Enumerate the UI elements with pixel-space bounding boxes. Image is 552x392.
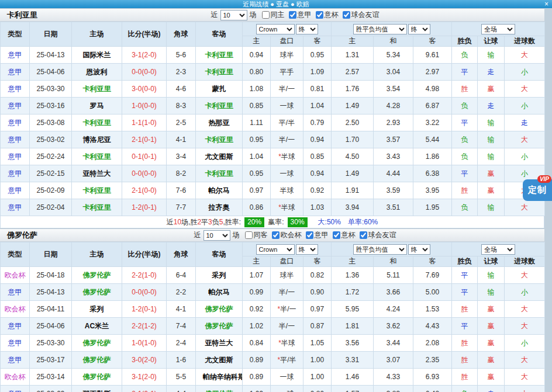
result-cell: 胜: [452, 335, 478, 352]
handicap-cell: *半/一: [271, 301, 303, 318]
league-cell: 意甲: [1, 81, 30, 98]
home-odds-cell: 0.95: [243, 165, 271, 182]
home-team-cell: 佛罗伦萨: [72, 335, 122, 352]
checkbox-checked-icon[interactable]: [316, 11, 323, 19]
filter-checkbox[interactable]: 球会友谊: [343, 10, 380, 20]
result-cell: 胜: [452, 81, 478, 98]
result-cell: 胜: [452, 369, 478, 386]
checkbox-checked-icon[interactable]: [360, 231, 367, 239]
checkbox-checked-icon[interactable]: [272, 231, 280, 239]
filter-checkbox[interactable]: 欧会杯: [272, 230, 302, 240]
away-odds-cell: 0.94: [303, 131, 332, 148]
odds-final-select[interactable]: 终: [296, 244, 318, 255]
date-cell: 25-02-09: [30, 182, 72, 199]
column-header: 比分(半场): [122, 242, 167, 267]
avg-home-cell: 1.49: [332, 98, 374, 115]
avg-final-select[interactable]: 终: [408, 24, 430, 34]
avg-draw-cell: 2.93: [374, 115, 413, 131]
home-team-cell: 国际米兰: [72, 47, 122, 64]
close-icon[interactable]: ×: [544, 0, 548, 8]
avg-home-cell: 1.49: [332, 165, 374, 182]
recent-count-select[interactable]: 10: [203, 230, 230, 241]
goals-result-cell: 走: [505, 115, 545, 131]
result-cell: 负: [452, 386, 478, 392]
checkbox-unchecked-icon[interactable]: [262, 11, 270, 19]
recent-label: 近: [194, 230, 201, 240]
checkbox-checked-icon[interactable]: [343, 11, 350, 19]
avg-home-cell: 1.57: [332, 386, 374, 392]
away-odds-cell: 0.97: [303, 301, 332, 318]
filter-checkbox[interactable]: 球会友谊: [360, 230, 396, 240]
bookmaker-select[interactable]: Crown: [256, 244, 295, 255]
result-column-header: 胜负: [452, 256, 478, 267]
away-odds-cell: 0.80: [303, 386, 332, 392]
recent-count-select[interactable]: 10: [220, 10, 247, 20]
column-header: 角球: [167, 22, 196, 47]
checkbox-checked-icon[interactable]: [289, 11, 296, 19]
checkbox-checked-icon[interactable]: [333, 231, 340, 239]
result-cell: 平: [452, 64, 478, 81]
away-team-cell: 尤文图斯: [196, 148, 243, 165]
filter-checkbox[interactable]: 意杯: [333, 230, 356, 240]
home-team-cell: 恩波利: [72, 64, 122, 81]
filter-checkbox[interactable]: 同客: [245, 230, 268, 240]
league-cell: 意甲: [1, 199, 30, 216]
sub-column-header: 客: [303, 256, 332, 267]
avg-draw-cell: 3.66: [374, 284, 413, 301]
handicap-cell: *平/半: [271, 352, 303, 369]
checkbox-unchecked-icon[interactable]: [245, 231, 253, 239]
avg-draw-cell: 3.57: [374, 131, 413, 148]
filter-checkbox[interactable]: 同主: [262, 10, 285, 20]
filter-checkbox[interactable]: 意甲: [306, 230, 329, 240]
date-cell: 25-02-04: [30, 199, 72, 216]
date-cell: 25-03-02: [30, 131, 72, 148]
match-row: 意甲25-03-16罗马1-0(0-0)8-3卡利亚里0.85一球1.041.4…: [1, 98, 545, 115]
result-cell: 平: [452, 267, 478, 284]
date-cell: 25-03-16: [30, 98, 72, 115]
score-cell: 2-2(1-0): [122, 267, 167, 284]
customize-button[interactable]: 定制: [528, 185, 547, 196]
checkbox-label: 欧会杯: [281, 230, 302, 240]
goals-result-cell: 大: [505, 47, 545, 64]
odds-final-select[interactable]: 终: [296, 24, 318, 34]
handicap-result-cell: 输: [478, 115, 505, 131]
handicap-cell: 平手: [271, 64, 303, 81]
checkbox-checked-icon[interactable]: [306, 231, 313, 239]
score-cell: 0-1(0-1): [122, 148, 167, 165]
column-header: 客场: [196, 242, 243, 267]
result-cell: 平: [452, 318, 478, 335]
avg-draw-cell: 4.24: [374, 301, 413, 318]
match-row: 欧会杯25-04-18佛罗伦萨2-2(1-0)6-4采列1.07球半0.821.…: [1, 267, 545, 284]
handicap-result-cell: 赢: [478, 165, 505, 182]
filter-checkbox[interactable]: 意甲: [289, 10, 312, 20]
away-team-cell: 拉齐奥: [196, 199, 243, 216]
scope-select[interactable]: 全场: [481, 244, 515, 255]
avg-select[interactable]: 胜平负均值: [353, 24, 407, 34]
filter-checkbox[interactable]: 意杯: [316, 10, 339, 20]
league-cell: 意甲: [1, 318, 30, 335]
bookmaker-select[interactable]: Crown: [256, 24, 295, 34]
handicap-cell: 球半: [271, 47, 303, 64]
league-cell: 意甲: [1, 98, 30, 115]
sub-column-header: 客: [413, 256, 452, 267]
avg-away-cell: 4.98: [413, 81, 452, 98]
column-header: 主场: [72, 242, 122, 267]
avg-home-cell: 4.50: [332, 148, 374, 165]
avg-final-select[interactable]: 终: [408, 244, 430, 255]
avg-draw-cell: 5.11: [374, 267, 413, 284]
avg-draw-cell: 3.59: [374, 182, 413, 199]
profit-rate-badge: 30%: [288, 217, 308, 227]
corner-cell: 4-6: [167, 81, 196, 98]
team-name: 佛罗伦萨: [0, 230, 44, 241]
corner-cell: 4-1: [167, 131, 196, 148]
handicap-result-cell: 输: [478, 284, 505, 301]
handicap-cell: 一球: [271, 165, 303, 182]
handicap-result-cell: 输: [478, 131, 505, 148]
scope-select[interactable]: 全场: [481, 24, 515, 34]
vip-widget[interactable]: VIP 定制: [523, 179, 552, 201]
goals-result-cell: 大: [505, 352, 545, 369]
date-cell: 25-04-18: [30, 267, 72, 284]
avg-away-cell: 7.69: [413, 267, 452, 284]
sub-column-header: 主: [243, 256, 271, 267]
avg-select[interactable]: 胜平负均值: [353, 244, 407, 255]
